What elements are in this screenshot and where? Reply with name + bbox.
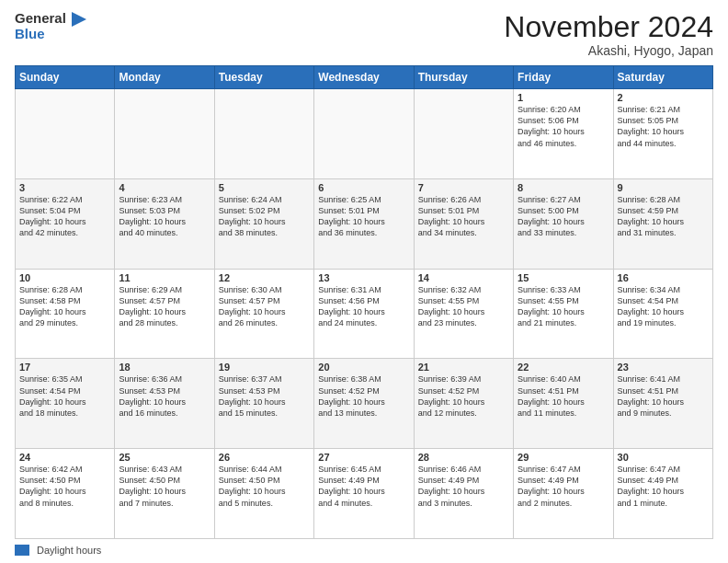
calendar-cell: 27Sunrise: 6:45 AM Sunset: 4:49 PM Dayli… [314,449,414,539]
calendar-cell: 17Sunrise: 6:35 AM Sunset: 4:54 PM Dayli… [16,359,115,449]
header: General Blue November 2024 Akashi, Hyogo… [15,11,713,58]
day-info: Sunrise: 6:44 AM Sunset: 4:50 PM Dayligh… [219,464,310,509]
day-number: 28 [418,452,509,463]
day-info: Sunrise: 6:45 AM Sunset: 4:49 PM Dayligh… [318,464,409,509]
day-number: 19 [219,362,310,373]
day-info: Sunrise: 6:41 AM Sunset: 4:51 PM Dayligh… [618,373,709,419]
day-number: 1 [518,92,609,103]
day-info: Sunrise: 6:47 AM Sunset: 4:49 PM Dayligh… [618,464,709,509]
calendar-cell: 22Sunrise: 6:40 AM Sunset: 4:51 PM Dayli… [514,359,613,449]
day-info: Sunrise: 6:33 AM Sunset: 4:55 PM Dayligh… [518,284,609,329]
calendar-week-row: 3Sunrise: 6:22 AM Sunset: 5:04 PM Daylig… [16,178,713,269]
day-info: Sunrise: 6:38 AM Sunset: 4:52 PM Dayligh… [318,373,409,419]
title-block: November 2024 Akashi, Hyogo, Japan [504,11,713,58]
day-number: 26 [219,452,310,463]
calendar-cell: 13Sunrise: 6:31 AM Sunset: 4:56 PM Dayli… [314,269,414,359]
calendar-cell: 21Sunrise: 6:39 AM Sunset: 4:52 PM Dayli… [414,359,513,449]
day-number: 17 [19,362,110,373]
calendar-cell [16,89,115,179]
day-number: 4 [119,182,210,193]
day-info: Sunrise: 6:46 AM Sunset: 4:49 PM Dayligh… [418,464,509,509]
calendar-week-row: 24Sunrise: 6:42 AM Sunset: 4:50 PM Dayli… [16,449,713,539]
day-info: Sunrise: 6:42 AM Sunset: 4:50 PM Dayligh… [19,464,110,509]
calendar-cell: 23Sunrise: 6:41 AM Sunset: 4:51 PM Dayli… [613,359,712,449]
calendar-header-tuesday: Tuesday [214,66,313,89]
calendar-cell: 7Sunrise: 6:26 AM Sunset: 5:01 PM Daylig… [414,178,513,269]
day-info: Sunrise: 6:21 AM Sunset: 5:05 PM Dayligh… [618,104,709,149]
day-info: Sunrise: 6:39 AM Sunset: 4:52 PM Dayligh… [418,373,509,419]
calendar-cell: 6Sunrise: 6:25 AM Sunset: 5:01 PM Daylig… [314,178,414,269]
day-info: Sunrise: 6:43 AM Sunset: 4:50 PM Dayligh… [119,464,210,509]
calendar-cell [414,89,513,179]
day-info: Sunrise: 6:28 AM Sunset: 4:58 PM Dayligh… [19,284,110,329]
day-info: Sunrise: 6:20 AM Sunset: 5:06 PM Dayligh… [518,104,609,149]
day-number: 8 [518,182,609,193]
calendar-cell: 10Sunrise: 6:28 AM Sunset: 4:58 PM Dayli… [16,269,115,359]
day-number: 9 [618,182,709,193]
day-number: 15 [518,272,609,283]
calendar-cell: 18Sunrise: 6:36 AM Sunset: 4:53 PM Dayli… [115,359,214,449]
calendar-header-wednesday: Wednesday [314,66,414,89]
day-info: Sunrise: 6:37 AM Sunset: 4:53 PM Dayligh… [219,373,310,419]
day-number: 18 [119,362,210,373]
calendar-table: SundayMondayTuesdayWednesdayThursdayFrid… [15,65,713,539]
calendar-cell: 15Sunrise: 6:33 AM Sunset: 4:55 PM Dayli… [514,269,613,359]
day-info: Sunrise: 6:34 AM Sunset: 4:54 PM Dayligh… [618,284,709,329]
calendar-cell: 20Sunrise: 6:38 AM Sunset: 4:52 PM Dayli… [314,359,414,449]
month-title: November 2024 [504,11,713,43]
page: General Blue November 2024 Akashi, Hyogo… [0,0,728,563]
calendar-header-saturday: Saturday [613,66,712,89]
day-info: Sunrise: 6:23 AM Sunset: 5:03 PM Dayligh… [119,194,210,239]
day-info: Sunrise: 6:25 AM Sunset: 5:01 PM Dayligh… [318,194,409,239]
day-number: 12 [219,272,310,283]
day-number: 13 [318,272,409,283]
calendar-week-row: 1Sunrise: 6:20 AM Sunset: 5:06 PM Daylig… [16,89,713,179]
day-info: Sunrise: 6:26 AM Sunset: 5:01 PM Dayligh… [418,194,509,239]
calendar-cell [115,89,214,179]
footer: Daylight hours [15,545,713,556]
day-info: Sunrise: 6:22 AM Sunset: 5:04 PM Dayligh… [19,194,110,239]
day-info: Sunrise: 6:35 AM Sunset: 4:54 PM Dayligh… [19,373,110,419]
calendar-cell [214,89,313,179]
calendar-header-row: SundayMondayTuesdayWednesdayThursdayFrid… [16,66,713,89]
day-number: 25 [119,452,210,463]
day-info: Sunrise: 6:40 AM Sunset: 4:51 PM Dayligh… [518,373,609,419]
day-info: Sunrise: 6:24 AM Sunset: 5:02 PM Dayligh… [219,194,310,239]
day-number: 21 [418,362,509,373]
calendar-cell: 11Sunrise: 6:29 AM Sunset: 4:57 PM Dayli… [115,269,214,359]
day-info: Sunrise: 6:30 AM Sunset: 4:57 PM Dayligh… [219,284,310,329]
calendar-cell: 1Sunrise: 6:20 AM Sunset: 5:06 PM Daylig… [514,89,613,179]
calendar-cell: 5Sunrise: 6:24 AM Sunset: 5:02 PM Daylig… [214,178,313,269]
logo: General Blue [15,11,86,42]
calendar-cell: 8Sunrise: 6:27 AM Sunset: 5:00 PM Daylig… [514,178,613,269]
day-number: 30 [618,452,709,463]
legend-box [15,545,29,556]
calendar-week-row: 10Sunrise: 6:28 AM Sunset: 4:58 PM Dayli… [16,269,713,359]
calendar-cell: 9Sunrise: 6:28 AM Sunset: 4:59 PM Daylig… [613,178,712,269]
day-info: Sunrise: 6:36 AM Sunset: 4:53 PM Dayligh… [119,373,210,419]
calendar-cell: 12Sunrise: 6:30 AM Sunset: 4:57 PM Dayli… [214,269,313,359]
day-number: 14 [418,272,509,283]
calendar-cell: 25Sunrise: 6:43 AM Sunset: 4:50 PM Dayli… [115,449,214,539]
day-number: 27 [318,452,409,463]
day-number: 11 [119,272,210,283]
calendar-cell: 2Sunrise: 6:21 AM Sunset: 5:05 PM Daylig… [613,89,712,179]
day-info: Sunrise: 6:47 AM Sunset: 4:49 PM Dayligh… [518,464,609,509]
legend-label: Daylight hours [37,545,101,556]
calendar-week-row: 17Sunrise: 6:35 AM Sunset: 4:54 PM Dayli… [16,359,713,449]
calendar-cell: 30Sunrise: 6:47 AM Sunset: 4:49 PM Dayli… [613,449,712,539]
calendar-header-monday: Monday [115,66,214,89]
day-number: 10 [19,272,110,283]
calendar-cell: 19Sunrise: 6:37 AM Sunset: 4:53 PM Dayli… [214,359,313,449]
logo-triangle-icon [72,12,86,27]
day-number: 16 [618,272,709,283]
day-number: 6 [318,182,409,193]
day-number: 23 [618,362,709,373]
day-number: 3 [19,182,110,193]
day-number: 22 [518,362,609,373]
day-info: Sunrise: 6:31 AM Sunset: 4:56 PM Dayligh… [318,284,409,329]
day-number: 24 [19,452,110,463]
day-number: 20 [318,362,409,373]
calendar-cell: 14Sunrise: 6:32 AM Sunset: 4:55 PM Dayli… [414,269,513,359]
calendar-cell: 26Sunrise: 6:44 AM Sunset: 4:50 PM Dayli… [214,449,313,539]
